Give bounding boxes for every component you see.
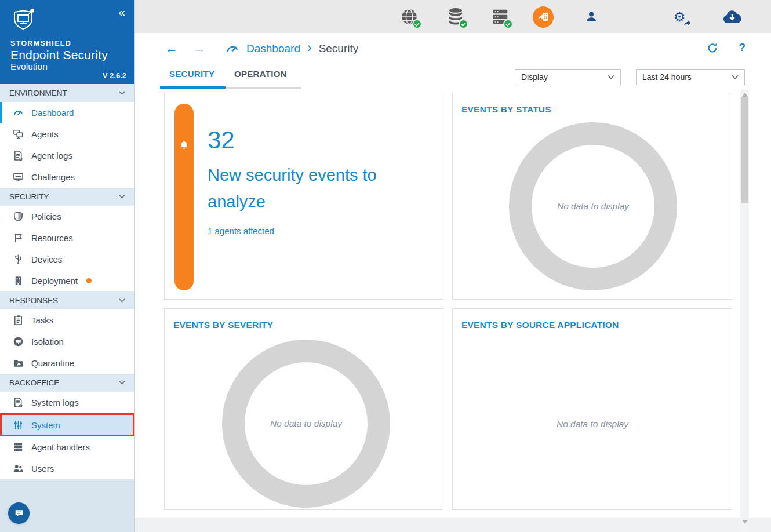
alert-title: New security events to analyze xyxy=(208,162,410,216)
chevron-down-icon xyxy=(119,91,125,95)
deployment-sync-circle xyxy=(533,6,554,28)
status-ok-badge xyxy=(459,19,468,29)
sidebar-item-label: Devices xyxy=(31,254,62,264)
events-by-source-application-card: EVENTS BY SOURCE APPLICATION No data to … xyxy=(452,308,732,510)
sidebar-item-agent-handlers[interactable]: Agent handlers xyxy=(0,436,134,458)
new-security-events-card[interactable]: 32 New security events to analyze 1 agen… xyxy=(164,93,443,300)
sidebar-section-backoffice[interactable]: BACKOFFICE xyxy=(0,374,134,392)
no-data-label: No data to display xyxy=(260,417,352,431)
period-dropdown[interactable]: Last 24 hours xyxy=(636,69,745,85)
sidebar-collapse-icon[interactable]: « xyxy=(118,6,125,18)
back-arrow-icon[interactable]: ← xyxy=(165,42,178,55)
help-icon[interactable]: ? xyxy=(739,41,745,54)
sidebar-item-tasks[interactable]: Tasks xyxy=(0,309,134,331)
section-label: BACKOFFICE xyxy=(9,378,59,387)
forward-arrow-icon[interactable]: → xyxy=(193,42,206,55)
chevron-down-icon xyxy=(732,75,739,79)
refresh-icon[interactable] xyxy=(706,42,719,54)
tab-operation[interactable]: OPERATION xyxy=(234,69,287,79)
chat-button[interactable] xyxy=(8,502,30,524)
active-tab-underline xyxy=(160,86,226,89)
breadcrumb-row: ← → Dashboard › Security ? xyxy=(135,33,771,64)
scrollbar-up-arrow-icon[interactable] xyxy=(742,93,748,97)
isolation-monitor-icon xyxy=(13,336,24,347)
sidebar-item-agents[interactable]: Agents xyxy=(0,123,134,145)
brand-version: V 2.6.2 xyxy=(103,71,126,80)
challenges-monitor-icon xyxy=(13,172,24,183)
sidebar-item-devices[interactable]: Devices xyxy=(0,249,134,270)
dashboard-gauge-icon xyxy=(226,42,239,56)
scrollbar-down-arrow-icon[interactable] xyxy=(742,520,748,524)
agent-handlers-server-icon xyxy=(13,442,24,453)
sidebar-item-label: Agent logs xyxy=(31,151,72,161)
dashboard-gauge-icon xyxy=(13,107,24,118)
sidebar-item-challenges[interactable]: Challenges xyxy=(0,166,134,188)
system-sliders-icon xyxy=(13,420,24,431)
display-dropdown-value: Display xyxy=(521,72,548,82)
breadcrumb-current: Security xyxy=(319,42,359,55)
server-status-icon[interactable] xyxy=(490,6,511,27)
resources-scroll-icon xyxy=(13,232,24,243)
sidebar-nav: ENVIRONMENT Dashboard Agents xyxy=(0,84,134,479)
section-label: SECURITY xyxy=(9,192,49,201)
brand-product: Endpoint Security xyxy=(10,48,125,62)
sidebar-item-label: Challenges xyxy=(31,172,75,182)
sidebar-item-deployment[interactable]: Deployment xyxy=(0,270,134,291)
display-dropdown[interactable]: Display xyxy=(515,69,621,85)
alert-agents-affected: 1 agents affected xyxy=(208,226,274,236)
cloud-download-icon[interactable] xyxy=(722,6,743,27)
deployment-pending-dot xyxy=(86,278,92,283)
status-ok-badge xyxy=(412,19,422,29)
chevron-down-icon xyxy=(119,195,125,199)
chevron-down-icon xyxy=(119,298,125,303)
sidebar-item-isolation[interactable]: Isolation xyxy=(0,331,134,352)
alert-bell-icon xyxy=(179,140,190,151)
sidebar-item-label: Tasks xyxy=(31,315,53,325)
sidebar-item-system[interactable]: System xyxy=(0,413,134,436)
breadcrumb-separator-icon: › xyxy=(307,41,312,56)
alert-accent-bar xyxy=(174,104,194,290)
database-status-icon[interactable] xyxy=(445,6,466,27)
agent-logs-document-icon xyxy=(13,150,24,161)
sidebar-section-responses[interactable]: RESPONSES xyxy=(0,291,134,309)
scrollbar-thumb[interactable] xyxy=(741,97,748,203)
section-label: ENVIRONMENT xyxy=(9,89,67,97)
sidebar-item-policies[interactable]: Policies xyxy=(0,206,134,227)
sidebar-item-label: System xyxy=(31,420,60,430)
tasks-clipboard-icon xyxy=(13,315,24,326)
sidebar: « STORMSHIELD Endpoint Security Evolutio… xyxy=(0,0,135,532)
sidebar-item-label: Resources xyxy=(31,233,73,243)
breadcrumb-dashboard-link[interactable]: Dashboard xyxy=(246,42,300,55)
sidebar-item-resources[interactable]: Resources xyxy=(0,227,134,249)
sidebar-item-quarantine[interactable]: Quarantine xyxy=(0,352,134,374)
tabs-row: SECURITY OPERATION Display Last 24 hours xyxy=(135,64,771,90)
stormshield-logo-icon xyxy=(10,7,125,32)
sidebar-item-users[interactable]: Users xyxy=(0,458,134,479)
brand-edition: Evolution xyxy=(10,61,125,72)
globe-status-icon[interactable] xyxy=(399,6,420,27)
sidebar-item-label: Users xyxy=(31,464,54,473)
topbar: ⚙ xyxy=(135,0,771,33)
sidebar-section-security[interactable]: SECURITY xyxy=(0,188,134,206)
users-people-icon xyxy=(13,463,24,474)
devices-usb-icon xyxy=(13,254,24,265)
main-area: ⚙ ← → Dashboard › Security ? xyxy=(135,0,771,532)
sidebar-item-dashboard[interactable]: Dashboard xyxy=(0,102,134,123)
card-title: EVENTS BY SOURCE APPLICATION xyxy=(461,320,619,330)
tab-security[interactable]: SECURITY xyxy=(169,69,214,79)
vertical-scrollbar[interactable] xyxy=(740,90,749,532)
app-window: « STORMSHIELD Endpoint Security Evolutio… xyxy=(0,0,771,532)
dashboard-content: 32 New security events to analyze 1 agen… xyxy=(135,90,771,532)
content-bottom-strip xyxy=(135,518,771,532)
sidebar-item-agent-logs[interactable]: Agent logs xyxy=(0,145,134,166)
user-icon[interactable] xyxy=(581,6,602,27)
sidebar-section-environment[interactable]: ENVIRONMENT xyxy=(0,84,134,102)
sidebar-item-system-logs[interactable]: System logs xyxy=(0,392,134,413)
sidebar-item-label: Agents xyxy=(31,129,59,139)
alert-count: 32 xyxy=(208,128,235,152)
sidebar-footer xyxy=(0,479,134,532)
sidebar-item-label: Quarantine xyxy=(31,358,74,368)
gear-actions-icon[interactable]: ⚙ xyxy=(669,6,690,27)
sidebar-item-label: Policies xyxy=(31,212,61,221)
deployment-sync-icon[interactable] xyxy=(533,6,554,27)
